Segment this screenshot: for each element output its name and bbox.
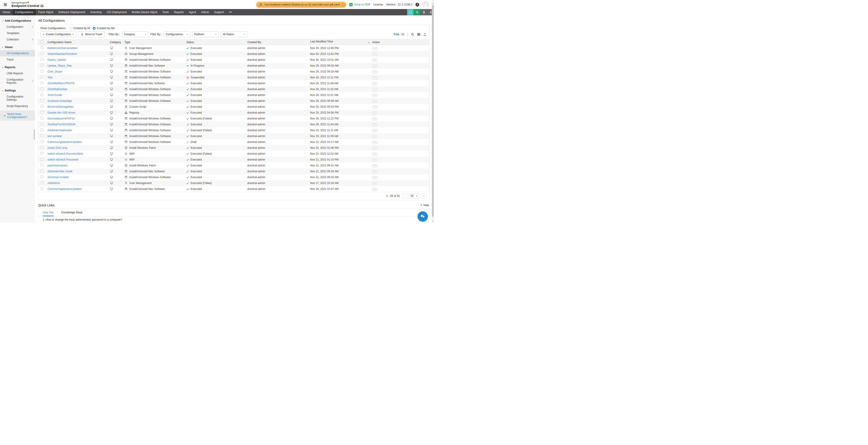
row-checkbox[interactable] xyxy=(41,181,43,184)
nav-item-home[interactable]: Home xyxy=(0,9,12,15)
row-checkbox[interactable] xyxy=(41,140,43,143)
row-checkbox[interactable] xyxy=(41,64,43,67)
configuration-link[interactable]: Install 22h2 orny xyxy=(48,146,67,149)
row-actions-icon[interactable] xyxy=(372,117,377,120)
configuration-link[interactable]: switch-eDotto5-Password xyxy=(48,158,78,161)
create-configuration-button[interactable]: + Create Configuration ▼ xyxy=(40,31,76,37)
row-checkbox[interactable] xyxy=(41,146,43,149)
row-checkbox[interactable] xyxy=(41,152,43,155)
help-icon[interactable]: ? xyxy=(415,3,419,6)
configuration-link[interactable]: CommonApplicationUpdates xyxy=(48,140,82,144)
sidebar-item-all-configurations[interactable]: All Configurations xyxy=(0,50,35,57)
rocket-icon[interactable] xyxy=(421,9,427,15)
row-actions-icon[interactable] xyxy=(372,164,377,167)
configuration-link[interactable]: Danea_Update xyxy=(48,58,66,61)
configuration-link[interactable]: TestGiaFraVSCODIUM xyxy=(48,123,75,126)
nav-item-agent[interactable]: Agent xyxy=(186,9,199,15)
vertical-scrollbar[interactable]: ▲ ▼ xyxy=(432,0,434,222)
nav-item-reports[interactable]: Reports xyxy=(171,9,186,15)
column-header-category[interactable]: Category xyxy=(108,39,123,45)
row-actions-icon[interactable] xyxy=(372,59,377,62)
configuration-link[interactable]: ZohoMailMacUPDATE xyxy=(48,82,74,85)
next-page-icon[interactable]: › xyxy=(421,194,427,199)
table-search-icon[interactable] xyxy=(410,32,415,37)
hide-quick-links-button[interactable]: Hide xyxy=(421,204,429,207)
filter-category-select[interactable]: Category▼ xyxy=(122,31,149,37)
nav-item-os-deployment[interactable]: OS Deployment xyxy=(104,9,129,15)
configuration-link[interactable]: patchmancante1 xyxy=(48,164,68,167)
row-checkbox[interactable] xyxy=(41,81,43,84)
configuration-link[interactable]: Test xyxy=(48,76,53,79)
row-actions-icon[interactable] xyxy=(372,47,377,50)
column-header-status[interactable]: Status xyxy=(185,39,246,45)
row-actions-icon[interactable] xyxy=(372,176,377,179)
configuration-link[interactable]: switch-eDotto5-PasswordMac xyxy=(48,152,84,155)
quick-link-item[interactable]: How to configure proxy settings in Inter… xyxy=(43,222,430,223)
row-checkbox[interactable] xyxy=(41,175,43,178)
row-actions-icon[interactable] xyxy=(372,147,377,150)
row-actions-icon[interactable] xyxy=(372,135,377,138)
nav-item-mobile-device-mgmt[interactable]: Mobile Device Mgmt xyxy=(129,9,160,15)
chat-icon[interactable] xyxy=(417,211,428,222)
sidebar-section-reports[interactable]: Reports xyxy=(0,64,35,70)
row-actions-icon[interactable] xyxy=(372,159,377,162)
sidebar-section-settings[interactable]: Settings xyxy=(0,88,35,94)
nav-item-patch-mgmt[interactable]: Patch Mgmt xyxy=(36,9,56,15)
configuration-link[interactable]: Scolastra ArubaSign xyxy=(48,99,72,103)
row-actions-icon[interactable] xyxy=(372,106,377,109)
nav-item-admin[interactable]: Admin xyxy=(199,9,212,15)
row-checkbox[interactable] xyxy=(41,123,43,125)
row-checkbox[interactable] xyxy=(41,134,43,137)
row-checkbox[interactable] xyxy=(41,93,43,96)
sidebar-section-add-configurations[interactable]: Add Configurations xyxy=(0,18,35,24)
sidebar-item-templates[interactable]: Templates xyxy=(0,30,35,36)
configuration-link[interactable]: AddAdmin xyxy=(48,181,60,185)
row-actions-icon[interactable] xyxy=(372,70,377,73)
row-checkbox[interactable] xyxy=(41,158,43,161)
export-icon[interactable] xyxy=(423,32,427,37)
sidebar-item-configuration[interactable]: Configuration xyxy=(0,24,35,30)
row-actions-icon[interactable] xyxy=(372,76,377,79)
column-header-last-modified[interactable]: Last Modified Time xyxy=(309,39,371,45)
sidebar-item-configuration-settings[interactable]: Configuration Settings xyxy=(0,94,35,103)
apps-grid-icon[interactable] xyxy=(2,2,8,8)
configuration-link[interactable]: BlockUsbStorageMac xyxy=(48,105,73,108)
sidebar-item-collection[interactable]: Collection xyxy=(0,36,35,43)
radio-icon[interactable] xyxy=(69,27,72,30)
sidebar-section-views[interactable]: Views xyxy=(0,44,35,50)
quick-link-item[interactable]: How to change the local administrator pa… xyxy=(43,218,430,221)
configuration-link[interactable]: test acrobat xyxy=(48,135,62,138)
row-actions-icon[interactable] xyxy=(372,100,377,103)
configuration-link[interactable]: DisinstallazionePDF24 xyxy=(48,117,75,120)
row-checkbox[interactable] xyxy=(41,70,43,72)
configuration-link[interactable]: Adobeacrobatreader xyxy=(48,129,72,132)
license-link[interactable]: License xyxy=(373,3,383,6)
row-checkbox[interactable] xyxy=(41,129,43,131)
row-actions-icon[interactable] xyxy=(372,188,377,191)
configuration-link[interactable]: Conf_Skype xyxy=(48,70,62,73)
row-actions-icon[interactable] xyxy=(372,53,377,56)
banner-close-icon[interactable]: ✕ xyxy=(342,3,345,6)
move-to-trash-button[interactable]: Move to Trash xyxy=(78,31,105,37)
column-header-type[interactable]: Type xyxy=(123,39,185,45)
row-actions-icon[interactable] xyxy=(372,170,377,173)
tab-how-tos[interactable]: How Tos xyxy=(43,211,54,216)
nav-item-configurations[interactable]: Configurations xyxy=(12,9,36,15)
configuration-link[interactable]: Zohomail Mac Install xyxy=(48,170,72,173)
configuration-link[interactable]: Update_Skype_Mac xyxy=(48,64,72,67)
scroll-up-icon[interactable]: ▲ xyxy=(432,3,434,4)
row-actions-icon[interactable] xyxy=(372,123,377,126)
need-more-configurations-link[interactable]: Need more Configurations? xyxy=(0,111,35,121)
configuration-link[interactable]: ZohoMailUpdate xyxy=(48,88,67,91)
row-actions-icon[interactable] xyxy=(372,129,377,132)
row-checkbox[interactable] xyxy=(41,76,43,78)
row-checkbox[interactable] xyxy=(41,52,43,55)
user-avatar[interactable] xyxy=(422,1,429,8)
feedback-banner[interactable]: Your feedback matters! Review us on G2 a… xyxy=(256,2,346,8)
row-checkbox[interactable] xyxy=(41,46,43,49)
row-actions-icon[interactable] xyxy=(372,94,377,97)
jump-to-sdp[interactable]: ➜ Jump to SDP xyxy=(349,3,370,6)
filter-configurations-select[interactable]: Configurations▼ xyxy=(164,31,190,37)
row-actions-icon[interactable] xyxy=(372,82,377,85)
row-actions-icon[interactable] xyxy=(372,111,377,114)
